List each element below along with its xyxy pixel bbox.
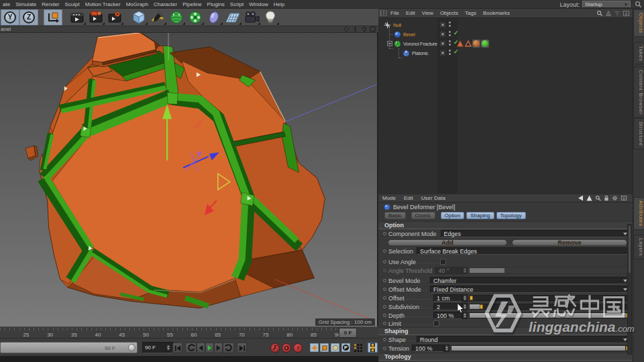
menu-sculpt[interactable]: Sculpt xyxy=(62,1,83,7)
am-search-icon[interactable] xyxy=(595,195,601,201)
menu-animate[interactable]: ate xyxy=(0,1,13,7)
tension-spinner[interactable] xyxy=(444,345,449,352)
attribute-scrollbar[interactable] xyxy=(627,224,632,355)
warning-tag-icon[interactable] xyxy=(457,40,464,47)
render-view-button[interactable] xyxy=(68,9,87,25)
warning-outline-tag-icon[interactable] xyxy=(465,40,472,47)
tab-structure[interactable]: Structure xyxy=(633,118,644,149)
key-position-toggle[interactable] xyxy=(310,343,319,352)
next-frame-button[interactable] xyxy=(214,343,223,353)
record-button[interactable] xyxy=(270,343,280,353)
depth-slider[interactable] xyxy=(469,312,630,318)
phong-tag[interactable] xyxy=(481,40,489,48)
render-settings-button[interactable] xyxy=(87,9,105,25)
am-lock-icon[interactable] xyxy=(604,195,609,201)
viewport-zoom-icon[interactable] xyxy=(352,26,358,32)
om-menu-objects[interactable]: Objects xyxy=(437,10,462,16)
tab-takes[interactable]: Takes xyxy=(633,42,644,64)
keyframe-selection-button[interactable]: ? xyxy=(293,343,303,353)
menu-script[interactable]: Script xyxy=(227,1,246,7)
om-menu-tags[interactable]: Tags xyxy=(462,10,480,16)
play-button[interactable] xyxy=(205,343,214,353)
am-gear-icon[interactable] xyxy=(612,195,618,201)
shape-dropdown[interactable]: Round xyxy=(417,336,630,343)
visibility-dots-bevel[interactable] xyxy=(449,31,451,38)
om-filter-icon[interactable] xyxy=(614,10,621,17)
am-menu-user-data[interactable]: User Data xyxy=(417,195,449,201)
tab-layers[interactable]: Layers xyxy=(633,235,644,259)
pen-spline-button[interactable] xyxy=(148,9,167,25)
expander-icon[interactable] xyxy=(387,41,392,46)
tab-coord[interactable]: Coord. xyxy=(411,212,435,219)
use-angle-checkbox[interactable] xyxy=(440,259,446,265)
tab-option[interactable]: Option xyxy=(441,212,465,219)
play-backward-loop-button[interactable] xyxy=(185,343,197,353)
menu-mograph[interactable]: MoGraph xyxy=(123,1,151,7)
om-menu-bookmarks[interactable]: Bookmarks xyxy=(480,10,513,16)
subdivision-spinner[interactable] xyxy=(462,303,468,310)
menu-plugins[interactable]: Plugins xyxy=(205,1,227,7)
om-menu-file[interactable]: File xyxy=(387,10,402,16)
camera-button[interactable] xyxy=(242,9,261,25)
offset-slider[interactable] xyxy=(469,295,630,301)
selection-field[interactable]: Surface Break Edges xyxy=(417,247,630,255)
am-back-icon[interactable] xyxy=(577,195,584,201)
om-menu-view[interactable]: View xyxy=(419,10,437,16)
timeline-ruler[interactable]: 2530 3540 4550 5560 6570 7580 8590 0 F xyxy=(0,326,378,339)
axis-z-lock-button[interactable]: Z xyxy=(19,9,38,25)
viewport-toggle-icon[interactable] xyxy=(370,26,376,32)
visibility-dots-null[interactable] xyxy=(449,21,451,28)
max-frame-field[interactable]: 90 F xyxy=(142,342,174,353)
tab-topology[interactable]: Topology xyxy=(496,212,526,219)
panel-grip-icon[interactable] xyxy=(380,10,387,16)
menu-window[interactable]: Window xyxy=(246,1,270,7)
range-end-knob[interactable] xyxy=(128,344,136,351)
menu-motion-tracker[interactable]: Motion Tracker xyxy=(83,1,123,7)
am-up-icon[interactable] xyxy=(586,195,592,201)
floor-sky-button[interactable] xyxy=(223,9,242,25)
tab-shaping[interactable]: Shaping xyxy=(466,212,494,219)
tree-row-voronoi-fracture[interactable]: Voronoi Fracture xyxy=(387,39,437,48)
tab-objects[interactable]: Objects xyxy=(633,9,644,37)
enabled-check-platonic[interactable]: ✓ xyxy=(453,48,459,55)
visibility-dots-voronoi[interactable] xyxy=(449,40,451,47)
interface-search-icon[interactable] xyxy=(635,1,642,8)
tree-row-platonic[interactable]: Platonic xyxy=(402,48,428,58)
current-frame-field[interactable]: 0 F xyxy=(339,328,357,338)
menu-character[interactable]: Character xyxy=(151,1,180,7)
add-cube-button[interactable] xyxy=(129,9,148,25)
tab-basic[interactable]: Basic xyxy=(384,212,406,219)
subdivision-field[interactable]: 2 xyxy=(433,303,462,310)
tab-attributes[interactable]: Attributes xyxy=(633,197,644,230)
limit-checkbox[interactable] xyxy=(433,320,439,326)
depth-field[interactable]: 100 % xyxy=(433,312,462,319)
play-forward-loop-button[interactable] xyxy=(223,343,234,353)
viewport-3d[interactable]: Grid Spacing : 100 cm xyxy=(0,33,378,326)
menu-help[interactable]: Help xyxy=(271,1,287,7)
tree-row-null[interactable]: Null xyxy=(384,20,401,29)
am-menu-edit[interactable]: Edit xyxy=(400,195,417,201)
menu-simulate[interactable]: Simulate xyxy=(13,1,39,7)
om-path-icon[interactable] xyxy=(605,10,612,17)
timeline-range-slider[interactable]: 90 F xyxy=(0,342,138,353)
om-menu-edit[interactable]: Edit xyxy=(402,10,419,16)
keyframe-presets-button[interactable] xyxy=(368,343,378,353)
offset-field[interactable]: 1 cm xyxy=(433,294,462,302)
render-queue-button[interactable] xyxy=(105,9,124,25)
component-mode-dropdown[interactable]: Edges xyxy=(441,230,630,237)
subdivision-surface-button[interactable] xyxy=(167,9,186,25)
tree-row-bevel[interactable]: Bevel xyxy=(394,29,415,39)
goto-start-button[interactable] xyxy=(172,343,182,353)
material-tag[interactable] xyxy=(472,40,480,48)
layer-dot-voronoi[interactable] xyxy=(440,41,445,46)
menu-pipeline[interactable]: Pipeline xyxy=(180,1,204,7)
goto-end-button[interactable] xyxy=(237,343,247,353)
key-scale-toggle[interactable] xyxy=(320,343,329,352)
tab-content-browser[interactable]: Content Browser xyxy=(633,66,644,118)
mograph-button[interactable] xyxy=(186,9,205,25)
menu-render[interactable]: Render xyxy=(39,1,62,7)
light-button[interactable] xyxy=(261,9,280,25)
key-rotation-toggle[interactable] xyxy=(331,343,339,352)
am-menu-mode[interactable]: Mode xyxy=(378,195,400,201)
subdivision-slider[interactable] xyxy=(469,304,630,310)
